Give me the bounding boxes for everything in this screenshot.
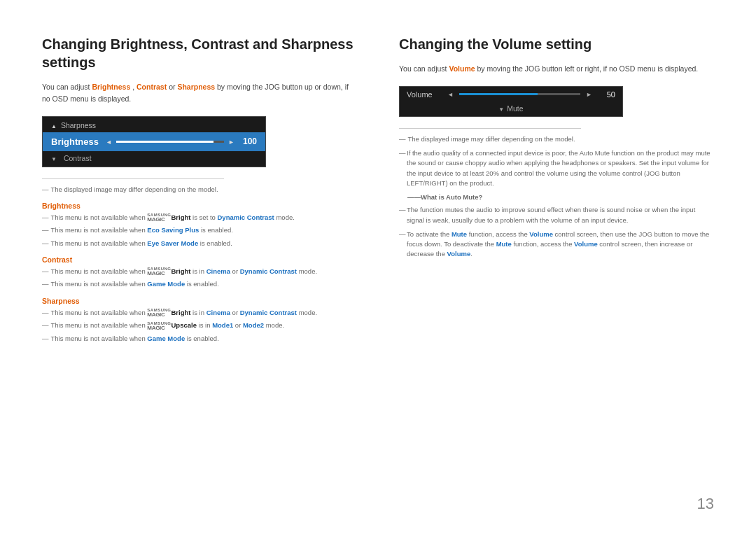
right-section: Changing the Volume setting You can adju…: [399, 35, 714, 506]
osd-contrast-row: Contrast: [43, 151, 265, 165]
slider-right-arrow-icon: [228, 138, 234, 146]
osd-contrast-label: Contrast: [64, 154, 92, 162]
chevron-down-icon: [51, 154, 57, 162]
slider-left-arrow-icon: [106, 138, 112, 146]
osd-brightness-label: Brightness: [51, 136, 99, 147]
osd-slider-area: 100: [106, 136, 257, 146]
right-intro: You can adjust Volume by moving the JOG …: [399, 63, 714, 75]
left-intro: You can adjust Brightness , Contrast or …: [42, 81, 357, 105]
osd-slider-fill: [116, 141, 214, 143]
brightness-note1: — This menu is not available when SAMSUN…: [42, 213, 357, 223]
volume-slider-fill: [459, 93, 538, 95]
left-divider: [42, 178, 224, 179]
right-note2: — If the audio quality of a connected in…: [399, 148, 714, 188]
sharpness-subheader: Sharpness: [42, 297, 357, 305]
chevron-up-icon: [51, 121, 57, 129]
contrast-note1: — This menu is not available when SAMSUN…: [42, 267, 357, 276]
intro-or: or: [169, 83, 177, 91]
right-title: Changing the Volume setting: [399, 35, 714, 53]
right-divider: [399, 128, 581, 129]
osd-sharpness-label: Sharpness: [61, 121, 96, 129]
contrast-note2: — This menu is not available when Game M…: [42, 279, 357, 289]
intro-brightness: Brightness: [92, 83, 130, 91]
volume-value: 50: [598, 90, 615, 99]
page-number: 13: [697, 495, 714, 513]
right-note1: — The displayed image may differ dependi…: [399, 134, 714, 144]
volume-osd-box: Volume 50 Mute: [399, 86, 623, 117]
volume-slider-track: [459, 93, 580, 95]
mute-chevron-icon: [498, 104, 504, 113]
contrast-subheader: Contrast: [42, 255, 357, 264]
intro-volume: Volume: [449, 64, 475, 73]
left-note1: — The displayed image may differ dependi…: [42, 185, 357, 195]
intro-text-start: You can adjust: [42, 83, 92, 91]
volume-label: Volume: [407, 90, 442, 99]
osd-brightness-value: 100: [243, 136, 257, 146]
right-note4: — The function mutes the audio to improv…: [399, 205, 714, 225]
right-note5: — To activate the Mute function, access …: [399, 230, 714, 260]
osd-slider-track: [116, 141, 224, 143]
volume-left-arrow-icon: [447, 90, 454, 98]
intro-sharpness: Sharpness: [177, 83, 215, 91]
intro-contrast: Contrast: [136, 83, 167, 91]
mute-label: Mute: [507, 104, 523, 113]
mute-row: Mute: [400, 102, 622, 116]
brightness-note2: — This menu is not available when Eco Sa…: [42, 225, 357, 235]
brightness-note3: — This menu is not available when Eye Sa…: [42, 239, 357, 248]
volume-right-arrow-icon: [586, 90, 592, 98]
left-title: Changing Brightness, Contrast and Sharpn…: [42, 35, 357, 71]
volume-row: Volume 50: [400, 87, 622, 102]
left-section: Changing Brightness, Contrast and Sharpn…: [42, 35, 357, 506]
osd-menu-box: Sharpness Brightness 100 Contras: [42, 116, 266, 167]
osd-sharpness-row: Sharpness: [43, 118, 265, 132]
osd-brightness-row: Brightness 100: [43, 132, 265, 151]
sharpness-note3: — This menu is not available when Game M…: [42, 334, 357, 344]
brightness-subheader: Brightness: [42, 202, 357, 210]
right-note3: ——What is Auto Mute?: [407, 192, 714, 202]
sharpness-note1: — This menu is not available when SAMSUN…: [42, 308, 357, 318]
sharpness-note2: — This menu is not available when SAMSUN…: [42, 321, 357, 330]
